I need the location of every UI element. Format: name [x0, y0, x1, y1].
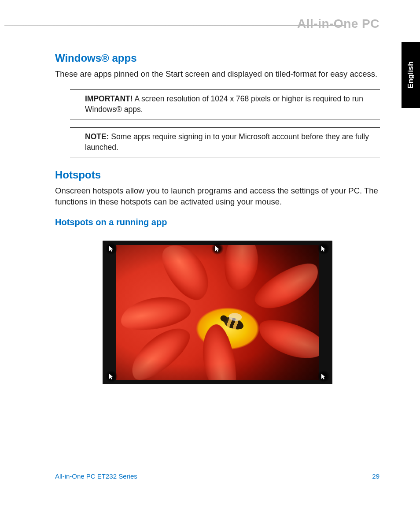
app-photo	[116, 245, 319, 380]
hotspots-figure	[103, 241, 332, 384]
hotspot-bottom-left	[105, 370, 118, 383]
section-hotspots-title: Hotspots	[55, 169, 380, 181]
footer-page-number: 29	[372, 472, 379, 480]
header-rule	[4, 25, 345, 26]
cursor-icon	[109, 246, 114, 252]
page-footer: All-in-One PC ET232 Series 29	[55, 472, 379, 480]
cursor-icon	[321, 374, 326, 380]
hotspot-top-right	[317, 242, 330, 255]
note-body: Some apps require signing in to your Mic…	[85, 132, 369, 152]
cursor-icon	[215, 246, 220, 252]
subhead-hotspots-running-app: Hotspots on a running app	[55, 217, 380, 227]
cursor-icon	[321, 246, 326, 252]
brand-title: All-in-One PC	[297, 17, 379, 31]
hotspot-bottom-right	[317, 370, 330, 383]
section-apps-title: Windows® apps	[55, 52, 380, 64]
page-content: Windows® apps These are apps pinned on t…	[55, 52, 380, 384]
note-callout: NOTE: Some apps require signing in to yo…	[70, 127, 380, 157]
language-tab: English	[402, 42, 420, 108]
important-lead: IMPORTANT!	[85, 94, 133, 103]
language-label: English	[406, 61, 415, 88]
note-lead: NOTE:	[85, 132, 109, 141]
section-apps-body: These are apps pinned on the Start scree…	[55, 69, 380, 80]
section-hotspots-body: Onscreen hotspots allow you to launch pr…	[55, 186, 380, 208]
hotspot-top-center	[211, 242, 224, 255]
cursor-icon	[109, 374, 114, 380]
important-callout: IMPORTANT! A screen resolution of 1024 x…	[70, 89, 380, 119]
footer-series: All-in-One PC ET232 Series	[55, 472, 137, 480]
